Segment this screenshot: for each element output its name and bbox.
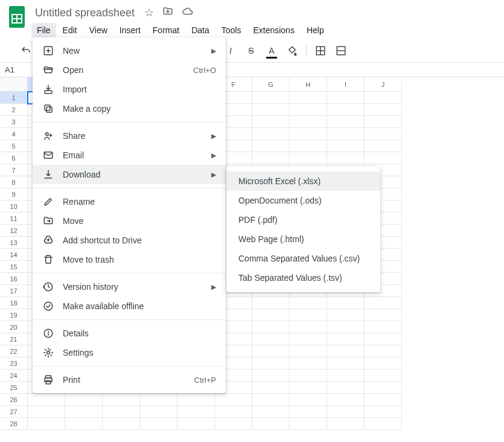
row-header[interactable]: 18 [0, 297, 28, 309]
cell[interactable] [327, 128, 365, 140]
cell[interactable] [290, 140, 327, 152]
cell[interactable] [290, 382, 327, 394]
cell[interactable] [365, 333, 402, 345]
download-option[interactable]: Web Page (.html) [226, 229, 380, 249]
row-header[interactable]: 17 [0, 285, 28, 297]
column-header[interactable]: J [365, 77, 402, 92]
text-color-button[interactable]: A [263, 42, 281, 60]
cell[interactable] [327, 116, 365, 128]
cell[interactable] [365, 382, 402, 394]
cell[interactable] [252, 297, 290, 309]
star-icon[interactable]: ☆ [144, 6, 154, 19]
menu-item-make-a-copy[interactable]: Make a copy [33, 99, 226, 118]
row-header[interactable]: 15 [0, 261, 28, 273]
row-header[interactable]: 16 [0, 273, 28, 285]
cell[interactable] [365, 116, 402, 128]
menu-item-open[interactable]: OpenCtrl+O [33, 60, 226, 80]
cell[interactable] [252, 345, 290, 357]
cell[interactable] [365, 140, 402, 152]
fill-color-button[interactable] [283, 42, 301, 60]
cloud-icon[interactable] [182, 6, 194, 19]
document-title[interactable]: Untitled spreadsheet [35, 7, 135, 19]
menu-item-add-shortcut-to-drive[interactable]: Add shortcut to Drive [33, 231, 226, 250]
row-header[interactable]: 6 [0, 152, 28, 164]
cell[interactable] [290, 370, 327, 382]
row-header[interactable]: 1 [0, 92, 28, 104]
menu-item-settings[interactable]: Settings [33, 343, 226, 362]
cell[interactable] [28, 418, 65, 430]
cell[interactable] [140, 406, 177, 418]
cell[interactable] [252, 116, 290, 128]
cell[interactable] [327, 394, 365, 406]
cell[interactable] [365, 345, 402, 357]
cell[interactable] [252, 333, 290, 345]
menu-data[interactable]: Data [186, 23, 215, 37]
cell[interactable] [327, 345, 365, 357]
cell[interactable] [365, 128, 402, 140]
download-option[interactable]: Comma Separated Values (.csv) [226, 249, 380, 268]
cell[interactable] [28, 394, 65, 406]
cell[interactable] [252, 394, 290, 406]
cell[interactable] [140, 394, 177, 406]
cell[interactable] [28, 406, 65, 418]
menu-item-email[interactable]: Email▶ [33, 146, 226, 165]
cell[interactable] [215, 394, 252, 406]
cell[interactable] [290, 321, 327, 333]
cell[interactable] [327, 321, 365, 333]
download-option[interactable]: PDF (.pdf) [226, 210, 380, 229]
strikethrough-button[interactable]: S [242, 42, 260, 60]
cell[interactable] [365, 406, 402, 418]
cell[interactable] [327, 104, 365, 116]
name-box[interactable]: A1 [5, 65, 29, 74]
row-header[interactable]: 23 [0, 357, 28, 370]
row-header[interactable]: 22 [0, 345, 28, 357]
row-header[interactable]: 25 [0, 382, 28, 394]
menu-tools[interactable]: Tools [216, 23, 247, 37]
borders-button[interactable] [311, 42, 330, 60]
cell[interactable] [327, 309, 365, 321]
cell[interactable] [327, 370, 365, 382]
row-header[interactable]: 20 [0, 321, 28, 333]
menu-format[interactable]: Format [147, 23, 185, 37]
cell[interactable] [103, 394, 140, 406]
row-header[interactable]: 2 [0, 104, 28, 116]
row-header[interactable]: 19 [0, 309, 28, 321]
cell[interactable] [65, 406, 103, 418]
cell[interactable] [290, 104, 327, 116]
menu-item-details[interactable]: Details [33, 324, 226, 343]
cell[interactable] [252, 406, 290, 418]
cell[interactable] [290, 152, 327, 164]
menu-item-import[interactable]: Import [33, 80, 226, 99]
row-header[interactable]: 7 [0, 164, 28, 176]
row-header[interactable]: 13 [0, 237, 28, 249]
row-header[interactable]: 21 [0, 333, 28, 345]
cell[interactable] [290, 92, 327, 104]
row-header[interactable]: 27 [0, 406, 28, 418]
cell[interactable] [252, 128, 290, 140]
cell[interactable] [327, 152, 365, 164]
cell[interactable] [365, 152, 402, 164]
cell[interactable] [252, 92, 290, 104]
cell[interactable] [365, 297, 402, 309]
cell[interactable] [365, 357, 402, 370]
row-header[interactable]: 28 [0, 418, 28, 430]
menu-extensions[interactable]: Extensions [247, 23, 299, 37]
menu-item-share[interactable]: Share▶ [33, 126, 226, 146]
menu-item-download[interactable]: Download▶ [33, 165, 226, 184]
cell[interactable] [215, 418, 252, 430]
move-icon[interactable] [162, 6, 173, 19]
column-header[interactable]: H [290, 77, 327, 92]
cell[interactable] [140, 418, 177, 430]
cell[interactable] [290, 297, 327, 309]
cell[interactable] [290, 357, 327, 370]
row-header[interactable]: 10 [0, 200, 28, 213]
cell[interactable] [65, 394, 103, 406]
row-header[interactable]: 12 [0, 225, 28, 237]
row-header[interactable]: 3 [0, 116, 28, 128]
cell[interactable] [290, 394, 327, 406]
cell[interactable] [252, 309, 290, 321]
cell[interactable] [290, 128, 327, 140]
cell[interactable] [290, 345, 327, 357]
sheets-logo[interactable] [5, 5, 29, 29]
cell[interactable] [327, 297, 365, 309]
